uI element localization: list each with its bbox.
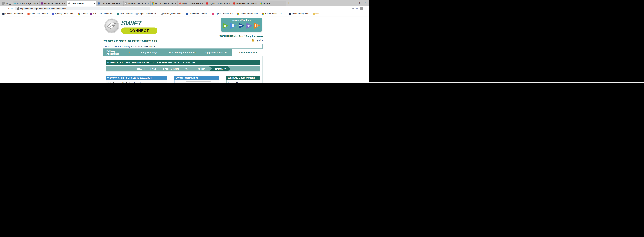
bookmark-item[interactable]: Google xyxy=(78,12,88,15)
tab-close-icon[interactable]: × xyxy=(148,2,149,4)
tab-actions-icon[interactable]: ⧉ xyxy=(6,2,8,5)
caret-down-icon: ▾ xyxy=(256,51,257,53)
bookmark-favicon-icon xyxy=(78,12,80,14)
tab-close-icon[interactable]: × xyxy=(283,2,284,4)
tab-close-icon[interactable]: × xyxy=(37,2,38,4)
tab-close-icon[interactable]: × xyxy=(120,2,122,4)
step-parts[interactable]: PARTS xyxy=(184,68,192,70)
nav-claims-forms[interactable]: Claims & Forms▾ xyxy=(232,49,263,56)
bookmark-favicon-icon xyxy=(160,12,162,14)
favorites-icon[interactable]: ☆ xyxy=(352,7,354,10)
bookmark-favicon-icon xyxy=(117,12,119,14)
toolbar-right-icons: ☆ ⧉ … xyxy=(352,7,367,10)
bookmarks-bar: System Dashboard... Atlas - The Citation… xyxy=(0,11,369,16)
left-monitor-browser-window: ⧉ ❏ Microsoft Edge | What's× KISS Live |… xyxy=(0,0,369,83)
browser-tab[interactable]: Google× xyxy=(259,1,286,6)
claim-type-label: Claim Type: xyxy=(107,82,118,83)
close-button[interactable]: × xyxy=(365,2,366,4)
browser-tab[interactable]: Customer Care Portal -× xyxy=(96,1,124,6)
step-summary-active[interactable]: SUMMARY xyxy=(209,66,230,72)
bookmark-item[interactable]: Speedy Route - The... xyxy=(52,12,75,15)
breadcrumb: Home › Fault Reporting › Claims › SBH015… xyxy=(103,44,263,49)
owner-panel-title: Owner Information: xyxy=(174,76,219,80)
browser-toolbar: ← ↻ ⌂ https://connect.supercare.co.uk/Cl… xyxy=(0,6,369,11)
nav-pre-delivery-inspection[interactable]: Pre Delivery Inspection▾ xyxy=(165,49,201,56)
product-order-arrow-icon[interactable] xyxy=(222,22,229,29)
profile-avatar-icon[interactable] xyxy=(360,7,363,10)
browser-tab[interactable]: warrantyclaim.abiuk.co× xyxy=(124,1,151,6)
tab-close-icon[interactable]: × xyxy=(202,2,203,4)
split-screen-icon[interactable]: ⧉ xyxy=(356,7,358,10)
surname-label: Surname: xyxy=(176,82,185,83)
caret-down-icon: ▾ xyxy=(129,51,130,53)
delivery-arrow-icon[interactable] xyxy=(238,22,245,29)
bookmark-item[interactable]: warrantyclaim.abiuk... xyxy=(160,12,183,15)
nav-early-warnings[interactable]: Early Warnings xyxy=(134,49,165,56)
tab-close-icon[interactable]: × xyxy=(175,2,176,4)
settings-menu-icon[interactable]: … xyxy=(365,7,367,10)
bookmark-favicon-icon xyxy=(289,12,291,14)
nav-upgrades-recalls[interactable]: Upgrades & Recalls xyxy=(201,49,232,56)
step-fault[interactable]: FAULT xyxy=(150,68,158,70)
nav-delivery-acceptance[interactable]: Delivery Acceptance▾ xyxy=(103,49,134,56)
breadcrumb-current: SBH015049 xyxy=(143,45,156,48)
breadcrumb-fault-reporting[interactable]: Fault Reporting xyxy=(114,45,130,48)
browser-tab[interactable]: KISS Live | Listen A× xyxy=(40,1,67,6)
browser-tab[interactable]: Newton Abbot - Googl× xyxy=(178,1,205,6)
back-button[interactable]: ← xyxy=(2,7,5,10)
browser-tab[interactable]: Microsoft Edge | What's× xyxy=(13,1,40,6)
new-tab-button[interactable]: + xyxy=(288,2,290,4)
bookmark-favicon-icon xyxy=(262,12,264,14)
owner-information-panel: Owner Information: Surname: Postcode: Ph… xyxy=(174,76,219,83)
device-arrow-icon[interactable] xyxy=(230,22,237,29)
breadcrumb-claims[interactable]: Claims xyxy=(133,45,140,48)
step-media[interactable]: MEDIA xyxy=(198,68,206,70)
swift-logo-bird-icon xyxy=(104,18,119,33)
tab-close-icon[interactable]: × xyxy=(229,2,230,4)
logout-button[interactable]: Log Out xyxy=(252,39,263,42)
browser-tab[interactable]: The Definitive Guide to× xyxy=(232,1,259,6)
breadcrumb-home[interactable]: Home xyxy=(105,45,111,48)
browser-profile-icon[interactable] xyxy=(2,2,5,5)
bookmark-item[interactable]: Atlas - The Citation... xyxy=(28,12,50,15)
bookmark-item[interactable]: jirasvr.surfbay.co.uk xyxy=(289,12,310,15)
settings-arrow-icon[interactable] xyxy=(246,22,253,29)
edge-favicon-icon xyxy=(14,2,16,4)
bookmark-favicon-icon xyxy=(52,12,54,14)
bookmark-item[interactable]: Log In - Intradev St... xyxy=(136,12,158,15)
warranty-claim-options-panel: Warranty Claim Options Status: Paused Pr… xyxy=(226,76,260,83)
browser-tab-active[interactable]: Claim Header× xyxy=(67,1,96,6)
warranty-claim-panel-title: Warranty Claim: SBH015049 29/01/2024 xyxy=(106,76,167,80)
browser-tab[interactable]: Digital Transformation× xyxy=(205,1,232,6)
globe-favicon-icon xyxy=(68,2,70,4)
home-button[interactable]: ⌂ xyxy=(11,7,13,10)
new-notifications-panel: New Notifications xyxy=(221,18,262,32)
refresh-button[interactable]: ↻ xyxy=(7,7,9,10)
browser-tab[interactable]: Work Orders Active Wo× xyxy=(151,1,178,6)
step-start[interactable]: START xyxy=(137,68,145,70)
bookmark-item[interactable]: Sign in | Access Ide... xyxy=(212,12,234,15)
bookmark-item[interactable]: KISS Live | Listen Ag... xyxy=(90,12,114,15)
bookmark-item[interactable]: System Dashboard... xyxy=(2,12,24,15)
claim-status: Status: Paused xyxy=(228,82,244,83)
bookmark-favicon-icon xyxy=(212,12,214,14)
bookmark-favicon-icon xyxy=(90,12,92,14)
tab-close-icon[interactable]: × xyxy=(94,2,95,4)
bookmark-item[interactable]: Work Orders Active... xyxy=(237,12,260,15)
notifications-title: New Notifications xyxy=(222,19,261,21)
warranty-claim-banner: WARRANTY CLAIM: SBH015049 29/01/2024 BOR… xyxy=(106,60,260,65)
bookmark-item[interactable]: Swift Connect xyxy=(117,12,132,15)
tab-close-icon[interactable]: × xyxy=(64,2,65,4)
vertical-tabs-icon[interactable]: ❏ xyxy=(9,2,11,5)
restore-button[interactable]: ▢ xyxy=(359,2,362,4)
step-faulty-part[interactable]: FAULTY PART xyxy=(163,68,179,70)
connect-logo-pill: CONNECT xyxy=(121,28,157,34)
surname-input[interactable] xyxy=(186,82,211,83)
tools-arrow-icon[interactable] xyxy=(254,22,261,29)
address-bar[interactable]: https://connect.supercare.co.uk/Claims/i… xyxy=(15,6,150,10)
bookmark-folder[interactable]: Dell xyxy=(312,12,319,15)
tab-close-icon[interactable]: × xyxy=(256,2,257,4)
minimize-button[interactable]: – xyxy=(354,2,356,4)
bookmark-item[interactable]: Candidates | Indeed... xyxy=(186,12,209,15)
bookmark-item[interactable]: Field Service - Get S... xyxy=(262,12,286,15)
